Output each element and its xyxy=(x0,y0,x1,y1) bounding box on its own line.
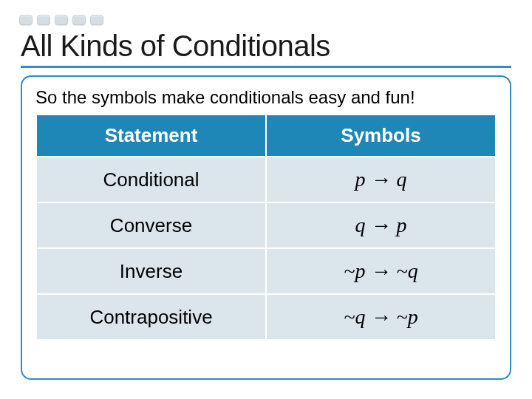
table-header-row: Statement Symbols xyxy=(36,115,496,157)
slide: All Kinds of Conditionals So the symbols… xyxy=(0,0,532,399)
table-row: Contrapositive ~q → ~p xyxy=(36,294,496,340)
header-statement: Statement xyxy=(36,115,266,157)
deco-square-icon xyxy=(19,15,33,25)
table-row: Inverse ~p → ~q xyxy=(36,248,496,294)
table-row: Converse q → p xyxy=(36,202,496,248)
decorative-squares xyxy=(19,15,511,25)
cell-statement: Converse xyxy=(36,202,266,248)
deco-square-icon xyxy=(90,15,103,25)
cell-symbol: ~p → ~q xyxy=(266,248,496,294)
table-row: Conditional p → q xyxy=(36,157,496,202)
conditionals-table: Statement Symbols Conditional p → q Conv… xyxy=(35,114,497,341)
header-symbols: Symbols xyxy=(266,115,496,157)
deco-square-icon xyxy=(55,15,68,25)
cell-symbol: ~q → ~p xyxy=(266,294,496,340)
page-title: All Kinds of Conditionals xyxy=(21,30,511,68)
cell-symbol: p → q xyxy=(266,157,496,202)
cell-statement: Inverse xyxy=(36,248,266,294)
content-box: So the symbols make conditionals easy an… xyxy=(21,75,511,380)
cell-statement: Conditional xyxy=(36,157,266,202)
deco-square-icon xyxy=(37,15,50,25)
cell-symbol: q → p xyxy=(266,202,496,248)
deco-square-icon xyxy=(72,15,86,25)
cell-statement: Contrapositive xyxy=(36,294,266,340)
intro-text: So the symbols make conditionals easy an… xyxy=(35,87,497,108)
